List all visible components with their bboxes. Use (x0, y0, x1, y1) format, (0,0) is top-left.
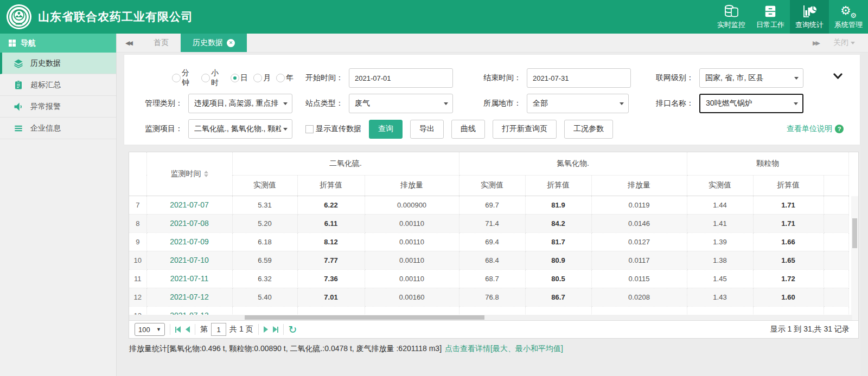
table-horizontal-scrollbar[interactable] (129, 315, 852, 320)
category-select[interactable]: 违规项目, 高架源, 重点排 (188, 94, 292, 113)
value-cell: 0.00110 (365, 251, 459, 269)
sidebar-item-enterprise-info[interactable]: 企业信息 (0, 118, 116, 139)
city-select[interactable]: 全部 (527, 94, 629, 113)
open-new-query-button[interactable]: 打开新查询页 (493, 120, 557, 139)
table-row[interactable]: 122021-07-125.407.010.0016076.886.70.020… (129, 288, 848, 306)
export-button[interactable]: 导出 (410, 120, 444, 139)
value-cell: 0.00160 (365, 288, 459, 306)
value-cell-partial (824, 196, 848, 214)
outlet-name-label: 排口名称： (644, 99, 694, 108)
nav-label: 实时监控 (717, 20, 745, 30)
nav-daily-work[interactable]: 日常工作 (751, 0, 790, 34)
value-cell-partial (824, 251, 848, 269)
monitor-time-cell[interactable]: 2021-07-10 (146, 251, 232, 269)
monitor-item-select[interactable]: 二氧化硫., 氮氧化物., 颗粒 (188, 119, 292, 139)
value-cell: 80.5 (525, 269, 591, 288)
table-row[interactable]: 112021-07-116.327.360.0011068.780.50.011… (129, 269, 848, 288)
working-params-button[interactable]: 工况参数 (564, 120, 613, 139)
query-button[interactable]: 查询 (369, 120, 403, 139)
period-radio-月[interactable]: 月 (253, 73, 271, 83)
time-column-header[interactable]: 监测时间 (146, 152, 232, 196)
radio-icon (172, 74, 181, 82)
period-radio-小时[interactable]: 小时 (201, 68, 225, 88)
monitor-time-cell[interactable]: 2021-07-11 (146, 269, 232, 288)
table-row[interactable]: 92021-07-096.188.120.0011069.481.70.0127… (129, 232, 848, 251)
last-page-button[interactable] (273, 326, 278, 333)
sort-icon[interactable] (204, 171, 208, 177)
tab-scroll-right-icon[interactable]: ▶▶ (813, 40, 820, 47)
sidebar-item-history-data[interactable]: 历史数据 (0, 53, 116, 74)
table-row[interactable]: 72021-07-075.316.220.00090069.781.90.011… (129, 196, 848, 214)
view-detail-link[interactable]: 点击查看详情[最大、最小和平均值] (445, 344, 563, 353)
unit-note-link[interactable]: 查看单位说明 ? (787, 124, 844, 134)
page-number-input[interactable] (211, 323, 226, 336)
tab-bar-right: ▶▶ 关闭 (813, 34, 868, 52)
company-title: 山东省联合农药工业有限公司 (38, 9, 193, 24)
value-cell: 0.0208 (591, 288, 687, 306)
direct-data-checkbox[interactable]: 显示直传数据 (305, 124, 361, 134)
prev-page-button[interactable] (186, 326, 190, 333)
mee-logo: MEE (7, 4, 31, 29)
nav-system-management[interactable]: ⚙⚙ 系统管理 (829, 0, 868, 34)
nav-query-statistics[interactable]: 查询统计 (790, 0, 829, 34)
end-time-label: 结束时间： (471, 73, 521, 83)
history-data-table: 监测时间 二氧化硫. 氮氧化物. 颗粒物 实测值 折算值 排放量 (129, 152, 849, 320)
value-cell: 1.41 (687, 214, 753, 232)
period-radio-年[interactable]: 年 (276, 73, 293, 83)
horizontal-scroll-thumb[interactable] (245, 315, 484, 320)
network-level-select[interactable]: 国家, 省, 市, 区县 (699, 68, 803, 88)
page-scroll-track[interactable] (860, 53, 868, 376)
refresh-icon[interactable]: ↻ (289, 325, 297, 335)
main-area: ◀◀ 首页 历史数据 ✕ ▶▶ 关闭 (117, 34, 868, 376)
curve-button[interactable]: 曲线 (451, 120, 485, 139)
outlet-name-select[interactable]: 30吨燃气锅炉 (699, 94, 803, 113)
sidebar-item-abnormal-alarm[interactable]: 异常报警 (0, 96, 116, 118)
layers-icon (13, 58, 24, 69)
end-time-input[interactable] (527, 68, 631, 88)
col-header: 实测值 (459, 175, 525, 196)
emission-summary-bar: 排放量统计[氮氧化物:0.496 t, 颗粒物:0.00890 t, 二氧化硫.… (129, 344, 860, 354)
table-row[interactable]: 102021-07-106.597.770.0011068.480.90.011… (129, 251, 848, 269)
close-menu-button[interactable]: 关闭 (833, 38, 855, 48)
nav-realtime-monitoring[interactable]: 实时监控 (712, 0, 751, 34)
nav-label: 查询统计 (795, 20, 824, 30)
monitor-time-cell[interactable]: 2021-07-09 (146, 232, 232, 251)
period-radio-分钟[interactable]: 分钟 (172, 68, 196, 88)
clipboard-icon (13, 80, 24, 90)
next-page-button[interactable] (264, 326, 268, 333)
collapse-panel-icon[interactable] (833, 72, 843, 82)
first-page-button[interactable] (175, 326, 181, 333)
tab-history-data[interactable]: 历史数据 ✕ (181, 34, 247, 52)
value-cell: 68.4 (459, 251, 525, 269)
table-row[interactable]: 82021-07-085.206.110.0011071.484.20.0146… (129, 214, 848, 232)
value-cell: 6.18 (232, 232, 297, 251)
start-time-input[interactable] (349, 68, 453, 88)
page-size-select[interactable]: 100 ▼ (135, 323, 165, 336)
site-type-value: 废气 (355, 99, 442, 108)
monitor-time-cell[interactable]: 2021-07-07 (146, 196, 232, 214)
value-cell: 1.72 (753, 269, 824, 288)
value-cell: 1.66 (753, 232, 824, 251)
period-radio-日[interactable]: 日 (231, 73, 248, 83)
group-header-so2: 二氧化硫. (232, 152, 459, 175)
page-size-value: 100 (138, 326, 156, 334)
outlet-name-value: 30吨燃气锅炉 (706, 99, 792, 108)
sidebar-item-exceedance-summary[interactable]: 超标汇总 (0, 74, 116, 96)
site-type-select[interactable]: 废气 (349, 94, 453, 113)
monitor-time-cell[interactable]: 2021-07-08 (146, 214, 232, 232)
vertical-scroll-thumb[interactable] (852, 218, 857, 248)
time-header-label: 监测时间 (171, 169, 201, 178)
value-cell-partial (824, 269, 848, 288)
grid-icon (9, 40, 16, 47)
value-cell: 68.7 (459, 269, 525, 288)
value-cell: 6.32 (232, 269, 297, 288)
monitor-time-cell[interactable]: 2021-07-12 (146, 288, 232, 306)
checkbox-icon (305, 125, 314, 133)
divider (195, 324, 195, 335)
chart-icon (802, 4, 817, 18)
table-group-header-row: 监测时间 二氧化硫. 氮氧化物. 颗粒物 (129, 152, 848, 175)
tab-home[interactable]: 首页 (142, 34, 181, 52)
tab-close-icon[interactable]: ✕ (227, 39, 235, 47)
tab-scroll-left-icon[interactable]: ◀◀ (117, 34, 142, 52)
table-vertical-scrollbar[interactable] (851, 196, 858, 320)
